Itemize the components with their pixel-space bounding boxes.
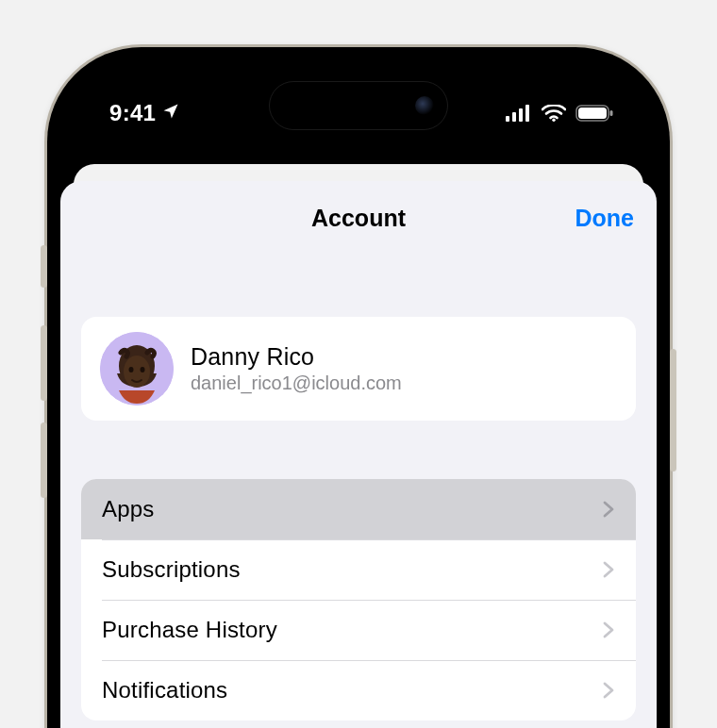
menu-item-notifications[interactable]: Notifications	[81, 660, 636, 720]
menu-list: Apps Subscriptions Purchase History Noti…	[81, 479, 636, 720]
volume-up-button	[41, 325, 47, 401]
phone-screen: 9:41	[60, 60, 657, 728]
menu-label: Purchase History	[102, 617, 277, 643]
chevron-right-icon	[602, 500, 615, 519]
menu-item-apps[interactable]: Apps	[81, 479, 636, 539]
account-sheet: Account Done	[60, 181, 657, 728]
dynamic-island	[269, 81, 448, 130]
svg-rect-3	[525, 105, 529, 122]
phone-frame: 9:41	[47, 47, 670, 728]
svg-rect-2	[519, 108, 523, 122]
sheet-title: Account	[311, 205, 406, 232]
svg-point-12	[141, 367, 145, 372]
wifi-icon	[542, 105, 566, 122]
chevron-right-icon	[602, 620, 615, 639]
svg-rect-1	[512, 112, 516, 122]
menu-label: Apps	[102, 496, 155, 522]
volume-down-button	[41, 422, 47, 498]
menu-item-subscriptions[interactable]: Subscriptions	[81, 539, 636, 600]
power-button	[670, 349, 676, 472]
sheet-header: Account Done	[60, 192, 657, 243]
done-button[interactable]: Done	[575, 205, 635, 232]
cellular-icon	[506, 105, 532, 122]
svg-rect-6	[578, 108, 607, 119]
location-icon	[161, 100, 180, 126]
front-camera-icon	[415, 96, 434, 115]
battery-icon	[575, 105, 613, 122]
svg-point-11	[129, 367, 134, 372]
svg-rect-7	[610, 110, 613, 116]
menu-label: Notifications	[102, 677, 227, 703]
menu-item-purchase-history[interactable]: Purchase History	[81, 600, 636, 660]
chevron-right-icon	[602, 560, 615, 579]
svg-rect-0	[506, 116, 509, 122]
svg-point-4	[552, 119, 555, 122]
chevron-right-icon	[602, 681, 615, 700]
profile-name: Danny Rico	[191, 343, 402, 371]
profile-card[interactable]: Danny Rico daniel_rico1@icloud.com	[81, 317, 636, 421]
status-time: 9:41	[109, 100, 156, 126]
mute-switch	[41, 245, 47, 288]
avatar	[100, 332, 174, 405]
profile-email: daniel_rico1@icloud.com	[191, 372, 402, 394]
menu-label: Subscriptions	[102, 556, 241, 583]
